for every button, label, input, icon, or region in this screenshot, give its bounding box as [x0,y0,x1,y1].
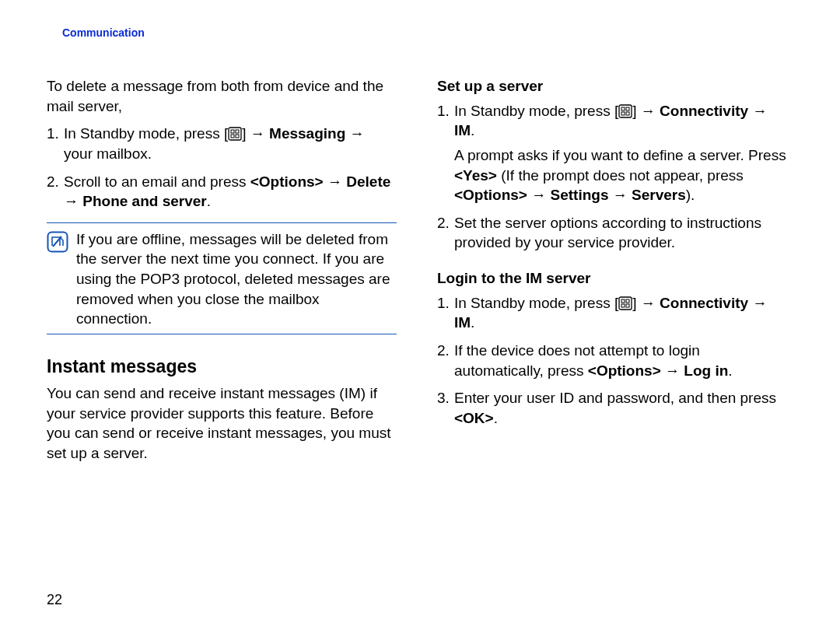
manual-page: Communication To delete a message from b… [0,0,840,630]
arrow-icon: → [641,295,656,311]
step-text: In Standby mode, press [] → Connectivity… [454,103,767,139]
svg-rect-9 [621,112,625,115]
intro-text: To delete a message from both from devic… [47,76,397,116]
step-number: 1. [437,101,450,121]
page-number: 22 [47,592,62,608]
login-steps: 1. In Standby mode, press [] → Connectiv… [437,293,787,429]
step-text: If the device does not attempt to login … [454,342,733,379]
svg-rect-2 [236,130,239,133]
menu-key-icon [618,104,632,118]
svg-rect-14 [621,304,625,307]
step-text: In Standby mode, press [] → Connectivity… [454,295,767,331]
step-number: 2. [47,172,59,192]
svg-rect-15 [626,304,629,307]
instant-messages-body: You can send and receive instant message… [47,383,397,464]
svg-rect-8 [626,107,629,110]
delete-steps: 1. In Standby mode, press [] → Messaging… [47,124,397,212]
step-text: In Standby mode, press [] → Messaging → … [64,125,365,162]
login-heading: Login to the IM server [437,268,787,289]
arrow-icon: → [641,103,656,119]
left-column: To delete a message from both from devic… [47,76,397,471]
svg-rect-12 [621,299,625,303]
two-column-layout: To delete a message from both from devic… [47,76,801,471]
menu-key-icon [228,127,242,141]
step-text: Set the server options according to inst… [454,215,761,251]
step-1: 1. In Standby mode, press [] → Messaging… [47,124,397,163]
login-step-3: 3. Enter your user ID and password, and … [437,388,787,428]
step-text: Scroll to an email and press <Options> →… [64,173,390,210]
note-icon [47,229,68,329]
note-text: If you are offline, messages will be del… [76,229,397,329]
svg-rect-4 [236,135,239,138]
step-number: 3. [437,388,450,408]
setup-step-2: 2. Set the server options according to i… [437,213,787,253]
svg-rect-13 [626,299,629,303]
setup-server-heading: Set up a server [437,76,787,96]
step-number: 1. [437,293,450,313]
svg-rect-0 [229,128,241,140]
login-step-1: 1. In Standby mode, press [] → Connectiv… [437,293,787,333]
instant-messages-heading: Instant messages [47,355,397,379]
login-step-2: 2. If the device does not attempt to log… [437,341,787,380]
svg-rect-7 [621,107,625,110]
arrow-icon: → [250,125,265,142]
prompt-text: A prompt asks if you want to define a se… [454,147,786,203]
svg-rect-6 [619,105,632,117]
svg-rect-3 [231,135,234,138]
menu-key-icon [618,296,632,310]
step-number: 2. [437,341,450,361]
step-2: 2. Scroll to an email and press <Options… [47,172,397,212]
step-number: 1. [47,124,59,144]
setup-steps: 1. In Standby mode, press [] → Connectiv… [437,101,787,253]
svg-rect-10 [626,112,629,115]
step-number: 2. [437,213,450,233]
step-text: Enter your user ID and password, and the… [454,390,776,426]
setup-step-1: 1. In Standby mode, press [] → Connectiv… [437,101,787,205]
note-box: If you are offline, messages will be del… [47,222,397,334]
svg-rect-1 [231,130,234,133]
right-column: Set up a server 1. In Standby mode, pres… [437,76,787,471]
svg-rect-11 [619,297,632,310]
section-header: Communication [62,26,801,39]
